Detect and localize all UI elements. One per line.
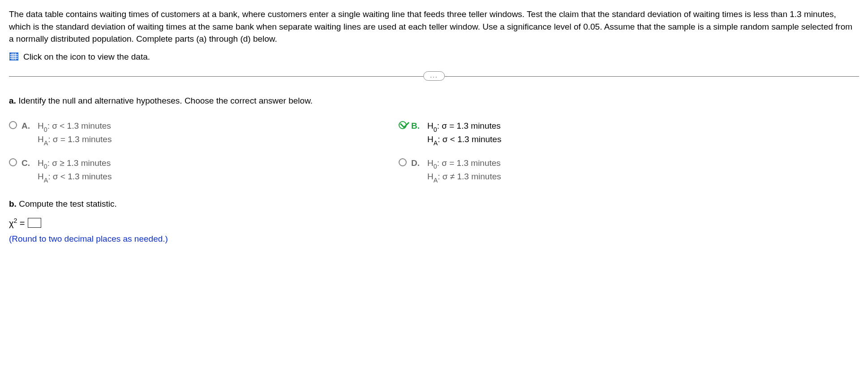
section-separator: ...	[9, 76, 859, 77]
option-c-body: H0: σ ≥ 1.3 minutes HA: σ < 1.3 minutes	[38, 157, 112, 184]
part-b-letter: b.	[9, 199, 17, 208]
problem-intro: The data table contains waiting times of…	[9, 8, 859, 45]
options-grid: A. H0: σ < 1.3 minutes HA: σ = 1.3 minut…	[9, 120, 770, 184]
chi-symbol: χ2 =	[9, 216, 25, 230]
radio-a[interactable]	[9, 121, 17, 129]
more-button[interactable]: ...	[423, 71, 445, 81]
option-c-letter: C.	[21, 157, 30, 169]
radio-c[interactable]	[9, 158, 17, 166]
chi-square-formula: χ2 =	[9, 216, 859, 230]
option-b-letter: B.	[411, 120, 420, 132]
chi-square-input[interactable]	[28, 218, 41, 228]
radio-d[interactable]	[399, 158, 407, 166]
view-data-text: Click on the icon to view the data.	[23, 51, 150, 63]
rounding-note: (Round to two decimal places as needed.)	[9, 233, 859, 245]
part-a-text: Identify the null and alternative hypoth…	[18, 96, 313, 105]
radio-b[interactable]	[399, 121, 407, 129]
option-d-body: H0: σ = 1.3 minutes HA: σ ≠ 1.3 minutes	[427, 157, 501, 184]
option-a-body: H0: σ < 1.3 minutes HA: σ = 1.3 minutes	[38, 120, 112, 147]
option-a-letter: A.	[21, 120, 30, 132]
option-c[interactable]: C. H0: σ ≥ 1.3 minutes HA: σ < 1.3 minut…	[9, 157, 381, 184]
option-b[interactable]: B. H0: σ = 1.3 minutes HA: σ < 1.3 minut…	[399, 120, 770, 147]
data-table-icon	[9, 52, 19, 61]
option-a[interactable]: A. H0: σ < 1.3 minutes HA: σ = 1.3 minut…	[9, 120, 381, 147]
option-d[interactable]: D. H0: σ = 1.3 minutes HA: σ ≠ 1.3 minut…	[399, 157, 770, 184]
part-b-prompt: b. Compute the test statistic.	[9, 198, 859, 210]
part-a-prompt: a. Identify the null and alternative hyp…	[9, 95, 859, 107]
view-data-link[interactable]: Click on the icon to view the data.	[9, 51, 859, 63]
option-b-body: H0: σ = 1.3 minutes HA: σ < 1.3 minutes	[427, 120, 501, 147]
part-b-text: Compute the test statistic.	[19, 199, 117, 208]
part-a-letter: a.	[9, 96, 16, 105]
option-d-letter: D.	[411, 157, 420, 169]
